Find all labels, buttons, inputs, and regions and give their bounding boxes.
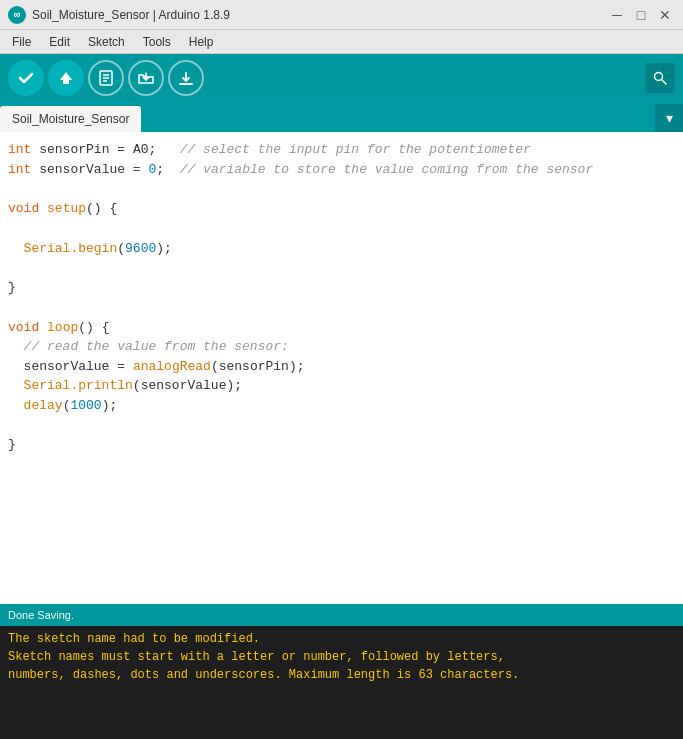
upload-button[interactable] [48, 60, 84, 96]
empty-line-1 [8, 179, 675, 199]
code-line-8: sensorValue = analogRead(sensorPin); [8, 357, 675, 377]
window-controls: ─ □ ✕ [607, 5, 675, 25]
minimize-button[interactable]: ─ [607, 5, 627, 25]
code-line-5: } [8, 278, 675, 298]
empty-line-3 [8, 258, 675, 278]
code-line-3: void setup() { [8, 199, 675, 219]
app-logo: ∞ [8, 6, 26, 24]
editor-area[interactable]: int sensorPin = A0; // select the input … [0, 132, 683, 604]
console-line-1: The sketch name had to be modified. [8, 630, 675, 648]
empty-line-5 [8, 415, 675, 435]
tab-dropdown-button[interactable]: ▾ [655, 104, 683, 132]
verify-button[interactable] [8, 60, 44, 96]
toolbar [0, 54, 683, 102]
code-line-10: delay(1000); [8, 396, 675, 416]
empty-line-4 [8, 298, 675, 318]
code-line-6: void loop() { [8, 318, 675, 338]
code-line-4: Serial.begin(9600); [8, 239, 675, 259]
menu-tools[interactable]: Tools [135, 33, 179, 51]
close-button[interactable]: ✕ [655, 5, 675, 25]
menu-file[interactable]: File [4, 33, 39, 51]
menubar: File Edit Sketch Tools Help [0, 30, 683, 54]
menu-edit[interactable]: Edit [41, 33, 78, 51]
console-line-3: numbers, dashes, dots and underscores. M… [8, 666, 675, 684]
save-button[interactable] [168, 60, 204, 96]
svg-point-8 [655, 73, 663, 81]
tab-label: Soil_Moisture_Sensor [12, 112, 129, 126]
console-output[interactable]: The sketch name had to be modified. Sket… [0, 626, 683, 706]
open-button[interactable] [128, 60, 164, 96]
new-button[interactable] [88, 60, 124, 96]
code-editor[interactable]: int sensorPin = A0; // select the input … [0, 132, 683, 604]
svg-marker-0 [60, 72, 72, 84]
console-area: The sketch name had to be modified. Sket… [0, 626, 683, 739]
code-line-1: int sensorPin = A0; // select the input … [8, 140, 675, 160]
active-tab[interactable]: Soil_Moisture_Sensor [0, 106, 141, 132]
window-title: Soil_Moisture_Sensor | Arduino 1.8.9 [32, 8, 230, 22]
svg-line-9 [662, 80, 666, 84]
empty-line-2 [8, 219, 675, 239]
statusbar: Done Saving. [0, 604, 683, 626]
code-line-7: // read the value from the sensor: [8, 337, 675, 357]
code-line-9: Serial.println(sensorValue); [8, 376, 675, 396]
search-button[interactable] [645, 63, 675, 93]
menu-sketch[interactable]: Sketch [80, 33, 133, 51]
titlebar-left: ∞ Soil_Moisture_Sensor | Arduino 1.8.9 [8, 6, 230, 24]
maximize-button[interactable]: □ [631, 5, 651, 25]
tabbar: Soil_Moisture_Sensor ▾ [0, 102, 683, 132]
code-line-11: } [8, 435, 675, 455]
code-line-2: int sensorValue = 0; // variable to stor… [8, 160, 675, 180]
logo-icon: ∞ [14, 9, 21, 21]
titlebar: ∞ Soil_Moisture_Sensor | Arduino 1.8.9 ─… [0, 0, 683, 30]
menu-help[interactable]: Help [181, 33, 222, 51]
status-message: Done Saving. [8, 609, 675, 621]
console-line-2: Sketch names must start with a letter or… [8, 648, 675, 666]
